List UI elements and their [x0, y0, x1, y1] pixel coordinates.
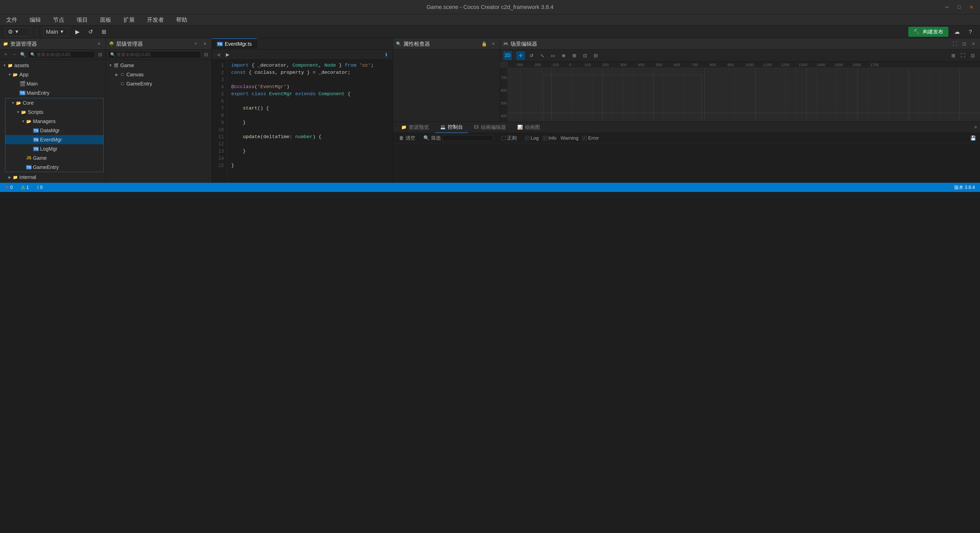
code-tab-eventmgr[interactable]: TS EventMgr.ts	[212, 38, 257, 49]
console-clear-button[interactable]: 🗑 清空	[397, 134, 417, 142]
nav-back-button[interactable]: ◀	[215, 51, 222, 58]
minimize-button[interactable]: ─	[943, 3, 950, 11]
ts-icon-mainentry: TS	[19, 91, 25, 95]
close-button[interactable]: ✕	[968, 3, 975, 11]
console-info-toggle[interactable]: ✓ Info	[543, 135, 557, 141]
delete-asset-button[interactable]: −	[11, 51, 18, 58]
nav-forward-button[interactable]: ▶	[224, 51, 231, 58]
tab-asset-preview[interactable]: 📁 资源预览	[396, 122, 434, 133]
console-tab-more[interactable]: ≡	[974, 124, 977, 130]
scene-menu-button[interactable]: ≡	[970, 40, 977, 48]
scene-pivot-button[interactable]: ⊡	[581, 51, 589, 60]
hierarchy-sort-button[interactable]: ⊟	[202, 51, 210, 58]
hierarchy-menu-button[interactable]: ≡	[201, 40, 208, 48]
tree-item-internal[interactable]: ▶ 📁 internal	[0, 173, 106, 182]
search-toggle[interactable]: 🔍	[19, 51, 27, 58]
console-error-toggle[interactable]: ✓ Error	[582, 135, 599, 141]
maximize-button[interactable]: □	[956, 3, 963, 11]
asset-panel-toolbar: + − 🔍 🔍 搜索名称或UUID ⊟	[0, 49, 106, 60]
menu-edit[interactable]: 编辑	[27, 15, 43, 25]
inspector-lock-button[interactable]: 🔒	[480, 40, 488, 48]
log-checkbox[interactable]: ✓	[525, 136, 529, 140]
hierarchy-item-canvas[interactable]: ▶ □ Canvas	[106, 70, 212, 79]
console-export-button[interactable]: 💾	[970, 135, 976, 141]
asset-sort-button[interactable]: ⊟	[97, 51, 103, 58]
scene-snap-button[interactable]: ⊟	[591, 51, 600, 60]
folder-icon-app: 📂	[12, 72, 18, 77]
error-checkbox[interactable]: ✓	[582, 136, 587, 140]
menu-help[interactable]: 帮助	[174, 15, 189, 25]
help-button[interactable]: ?	[966, 27, 975, 37]
refresh-button[interactable]: ↺	[86, 27, 95, 37]
hierarchy-tree: ▼ 🎬 Game ▶ □ Canvas ▶ □ GameEntry	[106, 60, 212, 183]
title-bar: Game.scene - Cocos Creator c2d_framework…	[0, 0, 980, 14]
scene-scale-button[interactable]: ⤡	[538, 51, 546, 60]
scene-editor-panel: 🎮 场景编辑器 ⛶ ⊡ ≡ 2D ✛ ↺ ⤡ ▭	[500, 38, 980, 121]
menu-node[interactable]: 节点	[51, 15, 66, 25]
console-regex-toggle[interactable]: 正则	[501, 135, 517, 142]
scene-rotate-button[interactable]: ↺	[527, 51, 536, 60]
clear-icon: 🗑	[399, 135, 404, 141]
hierarchy-item-game[interactable]: ▼ 🎬 Game	[106, 61, 212, 70]
scene-transform-button[interactable]: ⊕	[559, 51, 568, 60]
menu-extend[interactable]: 扩展	[121, 15, 137, 25]
tree-item-assets[interactable]: ▼ 📁 assets	[0, 61, 106, 70]
asset-panel-header: 📁 资源管理器 ≡	[0, 38, 106, 49]
console-filter-button[interactable]: 🔍 筛选	[422, 134, 495, 142]
code-content[interactable]: import { _decorator, Component, Node } f…	[227, 60, 393, 183]
menu-developer[interactable]: 开发者	[145, 15, 166, 25]
tab-animation-graph[interactable]: 📊 动画图	[512, 122, 545, 133]
hierarchy-add-button[interactable]: +	[192, 40, 199, 48]
scene-2d-button[interactable]: 2D	[503, 51, 512, 60]
scene-anchor-button[interactable]: ⊞	[570, 51, 579, 60]
tree-item-mainentry[interactable]: ▶ TS MainEntry	[0, 88, 106, 97]
tree-item-datamgr[interactable]: ▶ TS DataMgr	[5, 126, 103, 135]
regex-checkbox[interactable]	[501, 136, 506, 140]
tree-item-app[interactable]: ▼ 📂 App	[0, 70, 106, 79]
scene-rect-button[interactable]: ▭	[549, 51, 557, 60]
console-warning-toggle[interactable]: Warning	[560, 135, 578, 141]
tab-animation-editor[interactable]: 🎞 动画编辑器	[469, 122, 511, 133]
layout-button[interactable]: ⊞	[99, 27, 108, 37]
ts-icon-datamgr: TS	[33, 129, 39, 133]
tree-item-managers[interactable]: ▼ 📂 Managers	[5, 117, 103, 126]
hierarchy-search-box[interactable]: 🔍 搜索名称或UUID	[108, 51, 201, 58]
asset-panel-menu[interactable]: ≡	[95, 40, 103, 48]
scene-gizmo-button[interactable]: ⊞	[949, 51, 958, 60]
tree-item-eventmgr[interactable]: ▶ TS EventMgr	[5, 135, 103, 144]
tree-item-core[interactable]: ▼ 📂 Core	[5, 98, 103, 107]
tree-item-game[interactable]: ▶ JS Game	[5, 153, 103, 162]
code-info-button[interactable]: ℹ	[383, 51, 390, 58]
menu-project[interactable]: 项目	[75, 15, 90, 25]
inspector-menu-button[interactable]: ≡	[490, 40, 497, 48]
scene-maximize-view-button[interactable]: ⛶	[959, 51, 967, 60]
main-selector[interactable]: Main ▼	[43, 27, 68, 37]
menu-file[interactable]: 文件	[4, 15, 19, 25]
tree-item-gameentry[interactable]: ▶ TS GameEntry	[5, 162, 103, 172]
publish-button[interactable]: 🔨 构建发布	[908, 27, 948, 37]
info-checkbox[interactable]: ✓	[543, 136, 547, 140]
scene-toolbar-sep	[514, 53, 514, 59]
hierarchy-item-gameentry-node[interactable]: ▶ □ GameEntry	[106, 79, 212, 88]
scene-canvas[interactable]: -300 -200 -100 0 100 200 300 400 500 600…	[500, 62, 980, 121]
tree-item-scripts[interactable]: ▼ 📂 Scripts	[5, 107, 103, 117]
play-button[interactable]: ▶	[73, 27, 82, 37]
menu-panel[interactable]: 面板	[98, 15, 113, 25]
add-asset-button[interactable]: +	[2, 51, 9, 58]
scene-icon-game: 🎬	[113, 63, 119, 68]
tab-console[interactable]: 💻 控制台	[435, 122, 468, 133]
console-search[interactable]	[442, 135, 493, 141]
scene-maximize-button[interactable]: ⊡	[961, 40, 968, 48]
cloud-button[interactable]: ☁	[953, 27, 962, 37]
scene-fullscreen-button[interactable]: ⛶	[951, 40, 959, 48]
scene-move-button[interactable]: ✛	[516, 51, 525, 60]
profile-selector[interactable]: ⚙▼	[5, 27, 30, 37]
status-version: 版本 3.8.4	[954, 184, 975, 191]
console-log-toggle[interactable]: ✓ Log	[525, 135, 539, 141]
scene-settings-button[interactable]: ⊡	[968, 51, 977, 60]
tree-item-logmgr[interactable]: ▶ TS LogMgr	[5, 144, 103, 153]
asset-search-box[interactable]: 🔍 搜索名称或UUID	[28, 51, 95, 58]
scene-toolbar: 2D ✛ ↺ ⤡ ▭ ⊕ ⊞ ⊡ ⊟ ⊞ ⛶ ⊡	[500, 49, 980, 62]
line-numbers: 123456789101112131415	[212, 60, 227, 183]
tree-item-main[interactable]: ▶ 🎬 Main	[0, 79, 106, 88]
